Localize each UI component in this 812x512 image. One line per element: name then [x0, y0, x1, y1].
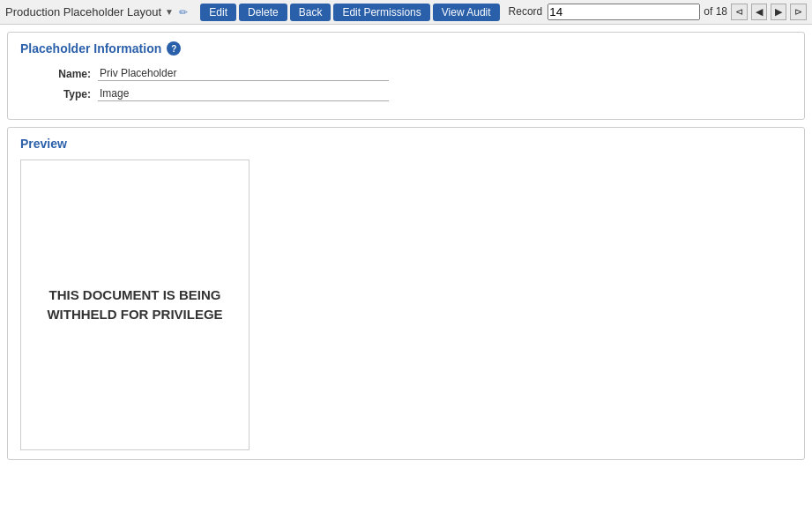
edit-pencil-icon[interactable]: ✏ [179, 6, 188, 19]
info-section-header: Placeholder Information ? [20, 41, 792, 56]
prev-record-button[interactable]: ◀ [751, 4, 767, 20]
record-total: of 18 [704, 5, 727, 18]
preview-document-text: THIS DOCUMENT IS BEING WITHHELD FOR PRIV… [21, 286, 249, 325]
view-audit-button[interactable]: View Audit [433, 4, 500, 21]
next-record-button[interactable]: ▶ [771, 4, 786, 20]
preview-section: Preview THIS DOCUMENT IS BEING WITHHELD … [7, 127, 805, 460]
help-icon[interactable]: ? [167, 41, 181, 56]
info-section-title: Placeholder Information [20, 41, 161, 56]
layout-dropdown-icon[interactable]: ▼ [165, 7, 174, 17]
main-content: Placeholder Information ? Name: Priv Pla… [0, 32, 812, 460]
header-title-area: Production Placeholder Layout ▼ ✏ [5, 5, 200, 19]
preview-section-title: Preview [20, 137, 792, 151]
back-button[interactable]: Back [290, 4, 332, 21]
delete-button[interactable]: Delete [239, 4, 287, 21]
name-value: Priv Placeholder [98, 66, 389, 81]
name-field-row: Name: Priv Placeholder [20, 66, 792, 81]
record-label: Record [509, 5, 543, 18]
type-field-row: Type: Image [20, 86, 792, 101]
type-label: Type: [20, 88, 91, 100]
header-bar: Production Placeholder Layout ▼ ✏ Edit D… [0, 0, 812, 25]
edit-button[interactable]: Edit [200, 4, 236, 21]
info-section: Placeholder Information ? Name: Priv Pla… [7, 32, 805, 120]
type-value: Image [98, 86, 389, 101]
record-number-input[interactable] [548, 4, 700, 20]
toolbar-buttons: Edit Delete Back Edit Permissions View A… [200, 4, 499, 21]
record-nav: Record of 18 ⊲ ◀ ▶ ⊳ [509, 4, 807, 20]
edit-permissions-button[interactable]: Edit Permissions [333, 4, 429, 21]
first-record-button[interactable]: ⊲ [731, 4, 748, 20]
preview-document: THIS DOCUMENT IS BEING WITHHELD FOR PRIV… [20, 160, 250, 450]
layout-title: Production Placeholder Layout [5, 5, 161, 19]
last-record-button[interactable]: ⊳ [790, 4, 807, 20]
name-label: Name: [20, 68, 91, 80]
